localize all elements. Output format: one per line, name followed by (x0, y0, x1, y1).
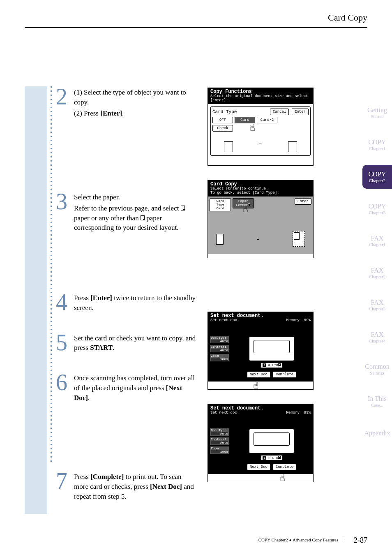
lcd-set-next-doc-2: Set next document. Set next doc. Memory … (208, 404, 314, 482)
zoom-box[interactable]: Zoom100% (210, 354, 229, 362)
next-doc-button[interactable]: Next Doc (247, 464, 270, 470)
step-number: 5 (53, 333, 70, 352)
cancel-button[interactable]: Cancel (270, 109, 289, 115)
footer-crumb: COPY Chapter2 (258, 537, 288, 542)
step-number: 7 (53, 472, 70, 490)
lcd-subtitle-2: To go back, select [Card Type]. (210, 191, 311, 195)
step-5: 5 Set the card or check you want to copy… (53, 333, 197, 353)
doc-type-box[interactable]: Doc.TypeAuto (210, 335, 229, 344)
page-number: 2-87 (354, 536, 367, 544)
tray-indicator: 1 ≡ LTR (261, 455, 282, 460)
paper-field[interactable]: Paper Letter (233, 198, 254, 208)
enter-button[interactable]: Enter (292, 109, 309, 115)
step-2-line-2: (2) Press [Enter]. (74, 109, 197, 118)
step-4: 4 Press [Enter] twice to return to the s… (53, 293, 197, 313)
memory-value: 99% (304, 411, 311, 415)
option-card[interactable]: Card (235, 117, 255, 123)
page-header-title: Card Copy (328, 12, 367, 23)
lcd-subtitle: Set next doc. (210, 319, 239, 323)
lcd-copy-functions: Copy Functions Select the original docum… (208, 88, 314, 166)
option-cardx2[interactable]: Card×2 (257, 117, 277, 123)
paper-mark-icon (278, 456, 281, 459)
layout-icon (288, 141, 297, 152)
next-doc-button[interactable]: Next Doc (247, 371, 270, 378)
tab-copy-ch3[interactable]: COPYChapter3 (362, 197, 392, 221)
tab-fax-ch3[interactable]: FAXChapter3 (362, 293, 392, 317)
tab-getting-started[interactable]: GettingStarted (362, 101, 392, 125)
layout-icon (224, 141, 233, 152)
lcd-card-copy: Card Copy Select [Enter]to continue. To … (208, 180, 314, 258)
bullet-icon: ● (289, 538, 293, 542)
contrast-box[interactable]: ContrastAuto (210, 345, 229, 353)
step-6-line: Once scanning has completed, turn over a… (74, 373, 197, 402)
left-accent-bar (25, 86, 47, 514)
header-rule (25, 27, 367, 28)
tab-fax-ch2[interactable]: FAXChapter2 (362, 261, 392, 285)
option-off[interactable]: OFF (212, 117, 233, 123)
lcd-subtitle: Select the original document size and se… (210, 95, 311, 103)
memory-label: Memory (286, 318, 300, 322)
step-4-line: Press [Enter] twice to return to the sta… (74, 293, 197, 313)
page-small-icon (294, 232, 300, 240)
lcd-screens-column: Copy Functions Select the original docum… (208, 88, 314, 497)
complete-button[interactable]: Complete (273, 464, 296, 470)
tab-fax-ch1[interactable]: FAXChapter1 (362, 229, 392, 253)
zoom-box[interactable]: Zoom100% (210, 446, 229, 454)
option-check[interactable]: Check (212, 125, 233, 132)
tab-appendix[interactable]: Appendix (362, 421, 392, 445)
arrow-right-icon: ➡ (259, 141, 262, 152)
step-3-line-1: Select the paper. (74, 192, 197, 202)
step-3: 3 Select the paper. Refer to the previou… (53, 192, 197, 273)
adf-diagram (249, 336, 294, 361)
step-number: 6 (53, 373, 70, 392)
tab-copy-ch1[interactable]: COPYChapter1 (362, 133, 392, 157)
card-type-field[interactable]: Card Type Card (210, 198, 231, 211)
contrast-box[interactable]: ContrastAuto (210, 437, 229, 445)
step-number: 2 (53, 88, 70, 106)
step-7: 7 Press [Complete] to print out. To scan… (53, 472, 197, 501)
tab-fax-ch4[interactable]: FAXChapter4 (362, 325, 392, 349)
footer-section: Advanced Copy Features (293, 537, 338, 542)
side-tabs: GettingStarted COPYChapter1 COPYChapter2… (362, 101, 392, 453)
lcd-subtitle: Set next doc. (210, 411, 239, 415)
page-footer: COPY Chapter2 ● Advanced Copy Features 2… (258, 536, 367, 545)
tab-copy-ch2[interactable]: COPYChapter2 (362, 165, 392, 189)
step-2-line-1: (1) Select the type of object you want t… (74, 88, 197, 107)
memory-label: Memory (286, 411, 300, 415)
paper-mark-icon (248, 203, 250, 206)
step-6: 6 Once scanning has completed, turn over… (53, 373, 197, 451)
page-portrait-icon (216, 234, 224, 245)
enter-button[interactable]: Enter (295, 198, 311, 205)
adf-diagram (249, 429, 294, 453)
complete-button[interactable]: Complete (273, 371, 296, 378)
paper-mark-icon (181, 206, 185, 210)
arrow-right-icon: ➡ (257, 237, 260, 242)
paper-mark-icon (141, 215, 145, 220)
card-type-label: Card Type (212, 109, 237, 114)
step-3-line-2: Refer to the previous page, and select p… (74, 204, 197, 233)
step-2: 2 (1) Select the type of object you want… (53, 88, 197, 172)
step-7-line: Press [Complete] to print out. To scan m… (74, 472, 197, 501)
tab-in-this-case[interactable]: In ThisCase... (362, 389, 392, 413)
pointer-hand-icon (280, 473, 290, 483)
tray-indicator: 1 ≡ LTR (261, 363, 282, 368)
tab-common-settings[interactable]: CommonSettings (362, 357, 392, 381)
lcd-set-next-doc-1: Set next document. Set next doc. Memory … (208, 312, 314, 390)
steps-column: 2 (1) Select the type of object you want… (53, 88, 197, 522)
memory-value: 99% (304, 318, 311, 322)
pointer-hand-icon (253, 380, 263, 390)
doc-type-box[interactable]: Doc.TypeAuto (210, 428, 229, 436)
step-5-line: Set the card or check you want to copy, … (74, 333, 197, 353)
step-number: 3 (53, 192, 70, 211)
paper-mark-icon (278, 363, 281, 366)
step-number: 4 (53, 293, 70, 312)
step-dots (51, 86, 52, 465)
